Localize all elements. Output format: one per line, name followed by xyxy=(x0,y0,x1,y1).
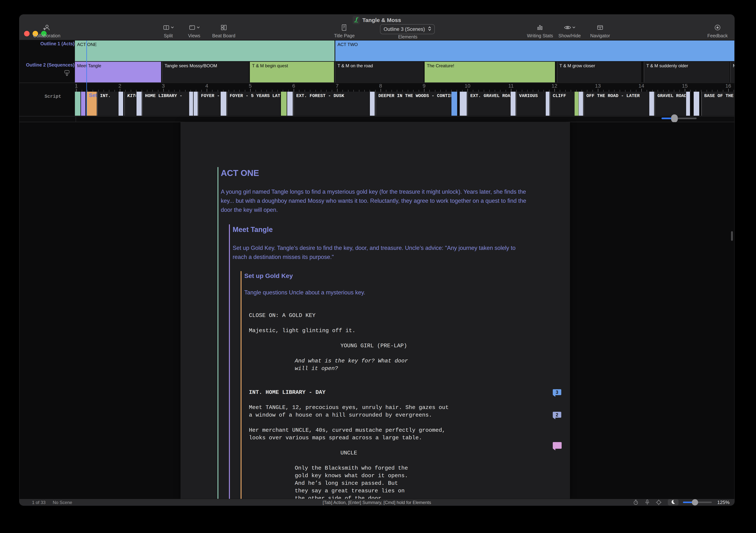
scene-strip[interactable] xyxy=(287,92,293,116)
page-number: 2 xyxy=(118,83,121,89)
bookmark-badge[interactable] xyxy=(553,442,562,449)
scene-strip[interactable] xyxy=(460,92,467,116)
script-page[interactable]: ACT ONE A young girl named Tangle longs … xyxy=(180,122,570,499)
outline-selector-dropdown[interactable]: Outline 3 (Scenes) xyxy=(380,24,435,34)
show-hide-button[interactable]: Show/Hide xyxy=(555,24,584,38)
eye-icon xyxy=(564,24,571,31)
writing-stats-button[interactable]: Writing Stats xyxy=(523,24,557,38)
navigator-button[interactable]: Navigator xyxy=(586,24,614,38)
scene-strip[interactable]: KITC xyxy=(124,92,136,116)
script-text[interactable]: CLOSE ON: A GOLD KEY Majestic, light gli… xyxy=(249,304,560,506)
timeline-zoom-slider[interactable] xyxy=(662,117,697,119)
sequence-bar[interactable]: T & M grow closer xyxy=(557,62,641,83)
sequence-synopsis[interactable]: Set up Gold Key. Tangle’s desire to find… xyxy=(233,243,525,262)
beat-board-button[interactable]: Beat Board xyxy=(208,24,239,38)
title-page-button[interactable]: Title Page xyxy=(329,24,360,38)
scene-strip[interactable] xyxy=(119,92,123,116)
updown-chevrons-icon xyxy=(428,26,431,32)
scene-strip[interactable]: CLIFF xyxy=(550,92,575,116)
scene-strip[interactable] xyxy=(649,92,654,116)
scene-strip[interactable] xyxy=(579,92,583,116)
script-block[interactable]: And what is the key for? What door will … xyxy=(295,357,560,372)
scene-strip[interactable] xyxy=(75,92,80,116)
sequence-bar[interactable]: Meet Tangle xyxy=(75,62,161,83)
script-block[interactable]: CLOSE ON: A GOLD KEY xyxy=(249,312,560,319)
scene-section-border xyxy=(241,271,242,499)
script-block[interactable]: UNCLE xyxy=(340,449,560,457)
sequence-heading[interactable]: Meet Tangle xyxy=(233,226,273,234)
scene-strip[interactable]: DEEPER IN THE WOODS - CONTINUOUS xyxy=(375,92,451,116)
timer-icon[interactable] xyxy=(633,499,638,505)
navigator-icon xyxy=(597,24,604,31)
sequence-bar[interactable]: The Creature! xyxy=(425,62,555,83)
scene-strip[interactable] xyxy=(370,92,375,116)
act-bar[interactable]: ACT ONE xyxy=(75,40,335,61)
page-number: 1 xyxy=(75,83,78,89)
page-capture-icon[interactable] xyxy=(64,69,70,78)
beat-heading[interactable]: Set up Gold Key xyxy=(244,272,293,279)
split-button[interactable]: Split xyxy=(156,24,180,38)
act-synopsis[interactable]: A young girl named Tangle longs to find … xyxy=(221,187,531,215)
scene-strip[interactable]: INT. xyxy=(97,92,119,116)
timeline-zoom-slider-knob[interactable] xyxy=(671,114,678,122)
editor-zoom-slider[interactable] xyxy=(683,502,712,503)
scene-strip[interactable]: HOME LIBRARY - xyxy=(142,92,189,116)
target-icon[interactable] xyxy=(656,499,662,505)
page-number: 13 xyxy=(595,83,601,89)
scene-strip[interactable] xyxy=(575,92,579,116)
script-block[interactable]: INT. HOME LIBRARY - DAY xyxy=(249,389,560,396)
dark-mode-toggle[interactable] xyxy=(668,499,679,505)
beat-synopsis[interactable]: Tangle questions Uncle about a mysteriou… xyxy=(244,289,365,296)
sequence-bar[interactable]: T & M begin quest xyxy=(250,62,334,83)
microphone-icon[interactable] xyxy=(645,499,650,505)
scene-strip[interactable] xyxy=(694,92,699,116)
titlebar: ƒ FDX Tangle & Moss xyxy=(19,16,734,24)
scrollbar-thumb[interactable] xyxy=(731,231,733,241)
scene-strip[interactable] xyxy=(194,92,198,116)
scene-strip[interactable] xyxy=(281,92,287,116)
feedback-star-icon xyxy=(714,24,721,31)
window-title: Tangle & Moss xyxy=(362,17,401,23)
comment-badge[interactable]: 3 xyxy=(553,389,561,395)
script-block[interactable]: Her merchant UNCLE, 40s, curved mustache… xyxy=(249,426,560,442)
fdx-document-icon: ƒ FDX xyxy=(353,16,360,24)
app-window: ƒ FDX Tangle & Moss Collaboration Split xyxy=(19,14,735,506)
scene-strip[interactable] xyxy=(136,92,142,116)
script-block[interactable]: Majestic, light glinting off it. xyxy=(249,327,560,335)
views-button[interactable]: Views xyxy=(182,24,206,38)
sequence-bar[interactable]: T & M on the road xyxy=(335,62,424,83)
scene-strip[interactable] xyxy=(511,92,516,116)
page-number: 8 xyxy=(379,83,382,89)
editor-zoom-slider-knob[interactable] xyxy=(692,499,698,505)
act-heading[interactable]: ACT ONE xyxy=(221,168,259,178)
scene-strip[interactable] xyxy=(686,92,690,116)
sequence-bar[interactable]: Tangle sees Mossy/BOOM xyxy=(162,62,249,83)
scene-strip[interactable]: EXT. GRAVEL ROAD - xyxy=(467,92,510,116)
desktop: ƒ FDX Tangle & Moss Collaboration Split xyxy=(0,0,756,533)
scene-strip[interactable]: OFF THE ROAD - LATER xyxy=(583,92,649,116)
act-bar[interactable]: ACT TWO xyxy=(335,40,735,61)
scene-strip[interactable]: BASE OF THE xyxy=(701,92,735,116)
script-block[interactable]: YOUNG GIRL (PRE-LAP) xyxy=(340,342,560,350)
scene-strip[interactable] xyxy=(81,92,85,116)
scene-strip[interactable] xyxy=(451,92,457,116)
scene-strip[interactable]: Set xyxy=(86,92,97,116)
scene-strip[interactable]: FOYER - 5 YEARS LATER xyxy=(227,92,280,116)
scene-strip[interactable]: GRAVEL ROAD xyxy=(655,92,686,116)
script-block[interactable]: Only the Blacksmith who forged the gold … xyxy=(295,465,560,502)
scene-strip[interactable] xyxy=(189,92,193,116)
sequence-bar[interactable]: T & M suddenly older xyxy=(644,62,730,83)
scene-strip[interactable] xyxy=(546,92,550,116)
script-block[interactable]: Meet TANGLE, 12, precocious eyes, unruly… xyxy=(249,404,560,419)
page-number: 7 xyxy=(336,83,338,89)
feedback-button[interactable]: Feedback xyxy=(704,24,731,38)
collaboration-button[interactable]: Collaboration xyxy=(25,24,69,38)
scene-strip[interactable]: VARIOUS xyxy=(516,92,546,116)
scene-strip[interactable] xyxy=(221,92,226,116)
comment-badge[interactable]: 2 xyxy=(553,412,561,418)
scene-strip[interactable]: EXT. FOREST - DUSK xyxy=(293,92,369,116)
sequence-bar[interactable]: Mo xyxy=(730,62,735,83)
playhead-line[interactable] xyxy=(86,40,87,116)
act-section-border xyxy=(217,167,218,499)
scene-strip[interactable]: FOYER - xyxy=(198,92,220,116)
